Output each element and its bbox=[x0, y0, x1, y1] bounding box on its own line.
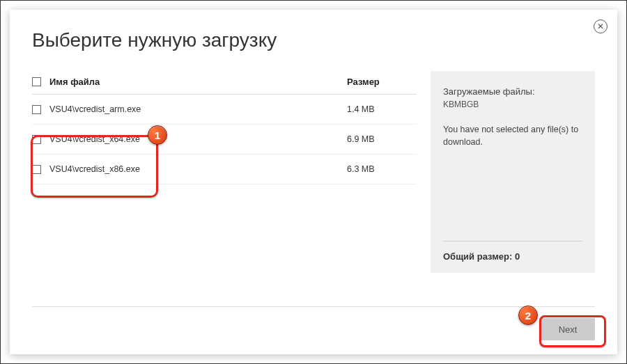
dialog-title: Выберите нужную загрузку bbox=[32, 29, 595, 52]
summary-heading: Загружаемые файлы: bbox=[443, 86, 582, 97]
row-checkbox[interactable] bbox=[32, 105, 41, 114]
select-all-checkbox[interactable] bbox=[32, 77, 41, 86]
col-header-size: Размер bbox=[347, 77, 417, 87]
file-name: VSU4\vcredist_arm.exe bbox=[49, 104, 347, 114]
close-icon[interactable]: ✕ bbox=[594, 19, 607, 33]
dialog-content: Имя файла Размер VSU4\vcredist_arm.exe 1… bbox=[32, 71, 595, 273]
file-size: 1.4 MB bbox=[347, 104, 417, 114]
table-header-row: Имя файла Размер bbox=[32, 71, 417, 95]
file-size: 6.9 MB bbox=[347, 134, 417, 144]
row-checkbox[interactable] bbox=[32, 165, 41, 174]
dialog-footer: Next bbox=[32, 306, 595, 340]
col-header-filename: Имя файла bbox=[49, 77, 347, 87]
row-checkbox[interactable] bbox=[32, 135, 41, 144]
table-row: VSU4\vcredist_x64.exe 6.9 MB bbox=[32, 125, 417, 155]
file-size: 6.3 MB bbox=[347, 164, 417, 174]
file-name: VSU4\vcredist_x86.exe bbox=[49, 164, 347, 174]
summary-code: KBMBGB bbox=[443, 100, 582, 109]
next-button[interactable]: Next bbox=[541, 318, 595, 340]
download-dialog: ✕ Выберите нужную загрузку Имя файла Раз… bbox=[10, 10, 617, 354]
table-row: VSU4\vcredist_x86.exe 6.3 MB bbox=[32, 155, 417, 184]
summary-message: You have not selected any file(s) to dow… bbox=[443, 123, 582, 148]
file-name: VSU4\vcredist_x64.exe bbox=[49, 134, 347, 144]
file-list: Имя файла Размер VSU4\vcredist_arm.exe 1… bbox=[32, 71, 431, 273]
download-summary-panel: Загружаемые файлы: KBMBGB You have not s… bbox=[431, 71, 595, 273]
total-size-label: Общий размер: 0 bbox=[443, 241, 582, 262]
close-glyph: ✕ bbox=[597, 22, 604, 31]
table-row: VSU4\vcredist_arm.exe 1.4 MB bbox=[32, 95, 417, 125]
